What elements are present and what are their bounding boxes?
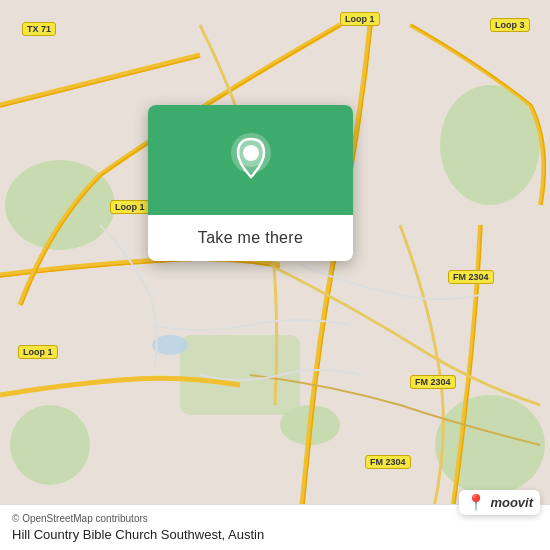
take-me-there-button[interactable]: Take me there xyxy=(198,229,303,246)
road-badge-loop3: Loop 3 xyxy=(490,18,530,32)
svg-point-3 xyxy=(10,405,90,485)
map-container: Loop 1 Loop 3 TX 71 Loop 1 Loop 1 FM 230… xyxy=(0,0,550,550)
svg-line-7 xyxy=(0,55,200,105)
moovit-pin-icon: 📍 xyxy=(466,493,486,512)
svg-line-8 xyxy=(0,57,200,107)
road-badge-fm2304-1: FM 2304 xyxy=(448,270,494,284)
location-pin-icon xyxy=(226,131,276,189)
road-badge-tx71: TX 71 xyxy=(22,22,56,36)
road-badge-loop1-top: Loop 1 xyxy=(340,12,380,26)
popup-body[interactable]: Take me there xyxy=(148,215,353,261)
map-attribution: © OpenStreetMap contributors xyxy=(12,513,538,524)
moovit-logo: 📍 moovit xyxy=(459,490,540,515)
popup-card: Take me there xyxy=(148,105,353,261)
svg-point-11 xyxy=(243,145,259,161)
popup-header xyxy=(148,105,353,215)
road-badge-loop1-mid: Loop 1 xyxy=(110,200,150,214)
location-name: Hill Country Bible Church Southwest, Aus… xyxy=(12,527,538,542)
moovit-brand-text: moovit xyxy=(490,495,533,510)
road-badge-fm2304-2: FM 2304 xyxy=(410,375,456,389)
road-badge-loop1-bottom: Loop 1 xyxy=(18,345,58,359)
svg-point-2 xyxy=(435,395,545,495)
road-badge-fm2304-3: FM 2304 xyxy=(365,455,411,469)
